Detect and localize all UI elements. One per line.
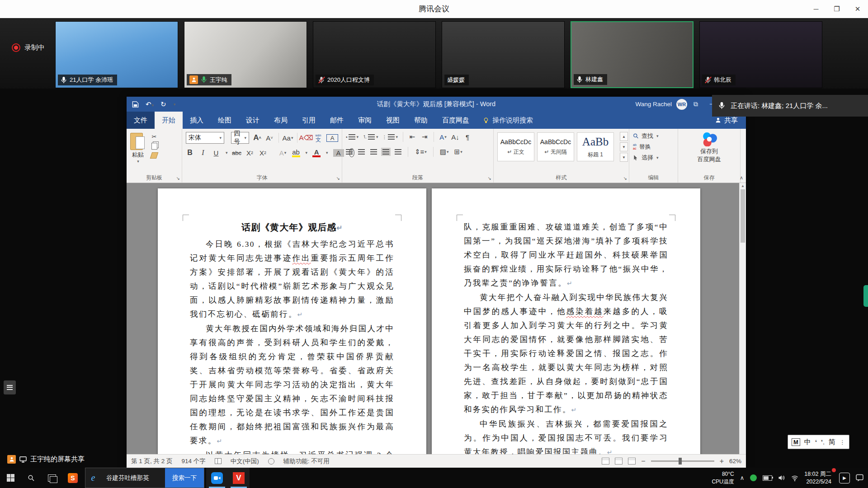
font-dialog-launcher[interactable]: ↘	[336, 176, 340, 181]
asian-layout-button[interactable]: A▾	[439, 133, 447, 141]
bold-button[interactable]: B	[186, 149, 194, 157]
participant-tile[interactable]: 盛媛媛	[442, 21, 565, 88]
justify-button[interactable]	[382, 149, 389, 155]
highlight-button[interactable]: ab	[292, 149, 300, 157]
paragraph-dialog-launcher[interactable]: ↘	[488, 176, 491, 181]
sogou-pinned-app[interactable]: S	[62, 468, 83, 488]
collapse-ribbon-button[interactable]: ∧	[740, 175, 743, 181]
accessibility-status[interactable]: 辅助功能: 不可用	[283, 457, 330, 465]
grow-font-button[interactable]: A˄	[253, 133, 261, 142]
tab-references[interactable]: 引用	[295, 112, 323, 129]
sort-button[interactable]: A↓	[451, 133, 459, 141]
ime-voice-icon[interactable]: ❛	[815, 439, 817, 446]
strikethrough-button[interactable]: abc	[233, 150, 241, 156]
shading-button[interactable]: ▨▾	[440, 148, 449, 156]
clipboard-dialog-launcher[interactable]: ↘	[176, 176, 180, 181]
tell-me-search[interactable]: 操作说明搜索	[476, 112, 539, 129]
line-spacing-button[interactable]: ⇕≡▾	[415, 148, 427, 156]
start-button[interactable]	[0, 468, 21, 488]
avatar[interactable]: WR	[676, 99, 687, 110]
ime-language-mode[interactable]: 中	[804, 438, 811, 446]
styles-gallery-scrollbar[interactable]: ▲ ▼ ▼	[620, 132, 628, 162]
maximize-button[interactable]: ❐	[826, 0, 847, 18]
participant-tile-active-speaker[interactable]: 林建鑫	[571, 21, 693, 88]
tab-design[interactable]: 设计	[239, 112, 267, 129]
zoom-out-button[interactable]: −	[641, 457, 645, 465]
align-right-button[interactable]	[370, 149, 377, 155]
volume-icon[interactable]	[778, 474, 785, 481]
phonetic-guide-button[interactable]: wén文	[314, 134, 322, 142]
zoom-in-button[interactable]: +	[720, 457, 724, 465]
select-button[interactable]: 选择▾	[633, 154, 674, 162]
taskbar-search-widget[interactable]: e 谷建芬吐槽那英 搜索一下	[85, 468, 204, 488]
multilevel-list-button[interactable]: ⋮▾	[382, 134, 398, 140]
highlight-dropdown[interactable]: ▾	[306, 150, 308, 155]
save-icon[interactable]	[132, 101, 139, 108]
tab-view[interactable]: 视图	[379, 112, 407, 129]
ime-simplified-mode[interactable]: 简	[829, 438, 835, 446]
underline-dropdown[interactable]: ▾	[226, 150, 228, 155]
decrease-indent-button[interactable]: ⇤	[408, 133, 416, 141]
save-to-baidu-button[interactable]: 保存到 百度网盘	[682, 132, 736, 163]
tab-review[interactable]: 审阅	[351, 112, 379, 129]
document-page-2[interactable]: 队，克服重重困难、攻破道道难关，创造了多项“中国第一”，为我国“巡天探地潜海”填…	[432, 188, 700, 454]
ribbon-display-options-button[interactable]: ⧉	[693, 100, 698, 108]
redo-button[interactable]: ↻	[160, 100, 166, 108]
page-info[interactable]: 第 1 页, 共 2 页	[131, 457, 173, 465]
participant-tile[interactable]: 韩北辰	[699, 21, 822, 88]
ime-toolbar[interactable]: M 中 ❛ ❜, 简 ⋮	[788, 435, 849, 449]
numbering-button[interactable]: ⒈▾	[363, 134, 378, 140]
style-normal[interactable]: AaBbCcDc ↵ 正文	[497, 132, 534, 161]
ime-punct-icon[interactable]: ❜,	[821, 439, 825, 446]
meeting-panel-toggle[interactable]	[4, 380, 16, 394]
tab-insert[interactable]: 插入	[183, 112, 211, 129]
text-effects-button[interactable]: A▾	[279, 149, 287, 157]
document-page-1[interactable]: 话剧《黄大年》观后感↵ 今日晚 6.30，根据《吉林大学纪念习近平总书记对黄大年…	[158, 188, 426, 454]
zoom-slider[interactable]	[651, 460, 714, 462]
participant-tile[interactable]: 王宇纯	[184, 21, 307, 88]
taskbar-search-text[interactable]: 谷建芬吐槽那英	[101, 468, 165, 488]
character-border-button[interactable]: A	[326, 134, 338, 142]
change-case-button[interactable]: Aa▾	[284, 134, 292, 142]
document-scrollbar[interactable]: ▲	[739, 183, 746, 454]
sidebar-handle[interactable]	[863, 285, 868, 307]
align-center-button[interactable]	[358, 149, 365, 155]
media-player-tray-icon[interactable]: ▶	[839, 473, 850, 483]
show-marks-button[interactable]: ¶	[463, 133, 472, 141]
replace-button[interactable]: abac 替换	[633, 143, 674, 151]
read-mode-icon[interactable]	[602, 458, 609, 465]
tab-help[interactable]: 帮助	[407, 112, 435, 129]
task-view-button[interactable]	[42, 468, 62, 488]
styles-scroll-down-icon[interactable]: ▼	[620, 142, 628, 151]
italic-button[interactable]: I	[199, 149, 207, 157]
styles-scroll-up-icon[interactable]: ▲	[620, 132, 628, 141]
customize-qat-button[interactable]: ▾	[174, 102, 176, 107]
undo-button[interactable]: ↶▾	[146, 100, 154, 108]
shrink-font-button[interactable]: A˅	[265, 134, 274, 142]
clear-formatting-button[interactable]: A⌫	[302, 134, 310, 142]
notification-center-icon[interactable]	[856, 474, 863, 482]
underline-button[interactable]: U	[212, 149, 220, 157]
zoom-level[interactable]: 62%	[729, 458, 741, 465]
word-count[interactable]: 914 个字	[182, 457, 206, 465]
antivirus-tray-icon[interactable]	[750, 474, 757, 481]
font-size-combo[interactable]: 四号▾	[231, 132, 249, 144]
styles-dialog-launcher[interactable]: ↘	[623, 176, 627, 181]
participant-tile[interactable]: 21人口学 余沛瑶	[55, 21, 178, 88]
tencent-meeting-taskbar-app[interactable]	[206, 468, 228, 488]
align-left-button[interactable]	[346, 149, 353, 155]
scroll-up-icon[interactable]: ▲	[740, 184, 746, 188]
ime-more-icon[interactable]: ⋮	[840, 439, 845, 446]
zoom-slider-thumb[interactable]	[679, 458, 682, 465]
battery-icon[interactable]	[763, 475, 772, 481]
font-color-dropdown[interactable]: ▾	[326, 150, 328, 155]
minimize-button[interactable]: ─	[806, 0, 826, 18]
taskbar-search-button[interactable]	[21, 468, 42, 488]
tab-layout[interactable]: 布局	[267, 112, 295, 129]
font-color-button[interactable]: A	[312, 149, 321, 157]
format-painter-icon[interactable]	[150, 152, 159, 159]
network-icon[interactable]	[791, 474, 798, 482]
superscript-button[interactable]: X2	[259, 149, 267, 157]
font-name-combo[interactable]: 宋体▾	[186, 132, 224, 144]
tray-expand-icon[interactable]: ∧	[740, 474, 745, 481]
